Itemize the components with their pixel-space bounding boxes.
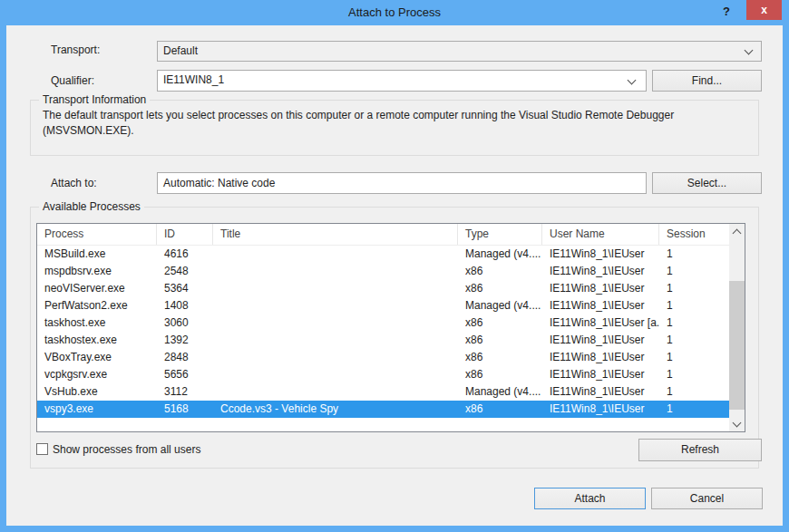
table-cell: 2848 [157, 349, 213, 366]
table-cell [213, 349, 458, 366]
table-cell: VBoxTray.exe [37, 349, 157, 366]
table-cell: mspdbsrv.exe [37, 263, 157, 280]
show-all-users-label: Show processes from all users [53, 442, 200, 457]
scrollbar-thumb[interactable] [729, 281, 745, 410]
table-cell: taskhost.exe [37, 314, 157, 332]
available-processes-legend: Available Processes [39, 200, 144, 213]
table-cell [213, 314, 458, 332]
find-button[interactable]: Find... [652, 70, 762, 92]
table-cell: x86 [458, 366, 542, 383]
attach-to-label: Attach to: [51, 176, 97, 190]
qualifier-combobox[interactable]: IE11WIN8_1 [157, 70, 647, 92]
help-icon[interactable]: ? [718, 4, 735, 20]
table-cell: 5364 [157, 280, 213, 297]
process-list[interactable]: Process ID Title Type User Name Session … [36, 223, 745, 432]
chevron-down-icon [745, 46, 754, 55]
table-cell [213, 280, 458, 297]
close-icon[interactable]: x [746, 0, 782, 20]
transport-combobox[interactable]: Default [157, 41, 762, 62]
table-cell: 3112 [157, 383, 213, 401]
select-button[interactable]: Select... [652, 172, 762, 194]
table-row[interactable]: vcpkgsrv.exe5656x86IE11Win8_1\IEUser1 [37, 366, 729, 383]
transport-info-legend: Transport Information [39, 93, 150, 106]
attach-to-field[interactable]: Automatic: Native code [157, 172, 647, 194]
table-cell: 1 [659, 314, 716, 332]
scrollbar-down-icon[interactable] [729, 416, 745, 431]
column-header-process[interactable]: Process [37, 224, 157, 245]
table-cell: taskhostex.exe [37, 332, 157, 349]
table-cell [213, 332, 458, 349]
table-cell: 5168 [157, 401, 213, 418]
table-row[interactable]: VsHub.exe3112Managed (v4....IE11Win8_1\I… [37, 383, 729, 401]
column-header-session[interactable]: Session [659, 224, 723, 245]
table-cell: IE11Win8_1\IEUser [542, 332, 659, 349]
table-cell: 1 [659, 280, 716, 297]
chevron-down-icon [628, 76, 637, 85]
table-cell: 1 [659, 383, 716, 401]
table-cell: IE11Win8_1\IEUser [542, 297, 659, 314]
table-row[interactable]: MSBuild.exe4616Managed (v4....IE11Win8_1… [37, 246, 729, 263]
attach-button[interactable]: Attach [534, 488, 646, 509]
titlebar[interactable]: Attach to Process ? x [0, 0, 789, 25]
attach-to-process-dialog: Attach to Process ? x Transport: Default… [0, 0, 789, 532]
table-cell: VsHub.exe [37, 383, 157, 401]
table-cell: Managed (v4.... [458, 246, 542, 263]
table-cell: Managed (v4.... [458, 383, 542, 401]
table-cell: x86 [458, 401, 542, 418]
table-cell: 1392 [157, 332, 213, 349]
table-cell: 1 [659, 246, 716, 263]
table-cell: x86 [458, 263, 542, 280]
table-cell: vcpkgsrv.exe [37, 366, 157, 383]
table-row[interactable]: taskhost.exe3060x86IE11Win8_1\IEUser [a.… [37, 314, 729, 332]
table-cell: IE11Win8_1\IEUser [542, 263, 659, 280]
table-row[interactable]: vspy3.exe5168Ccode.vs3 - Vehicle Spyx86I… [37, 401, 729, 418]
table-cell: x86 [458, 314, 542, 332]
transport-label: Transport: [51, 43, 100, 57]
transport-info-text: The default transport lets you select pr… [31, 101, 752, 139]
table-cell: 2548 [157, 263, 213, 280]
refresh-button[interactable]: Refresh [638, 439, 762, 461]
transport-value: Default [163, 44, 198, 57]
vertical-scrollbar[interactable] [729, 224, 745, 431]
scrollbar-up-icon[interactable] [729, 224, 745, 239]
table-cell: Managed (v4.... [458, 297, 542, 314]
cancel-button[interactable]: Cancel [651, 488, 763, 509]
column-header-id[interactable]: ID [157, 224, 213, 245]
table-cell: Ccode.vs3 - Vehicle Spy [213, 401, 458, 418]
table-cell: IE11Win8_1\IEUser [542, 349, 659, 366]
table-row[interactable]: VBoxTray.exe2848x86IE11Win8_1\IEUser1 [37, 349, 729, 366]
table-cell [213, 297, 458, 314]
table-cell: x86 [458, 332, 542, 349]
table-cell: IE11Win8_1\IEUser [542, 383, 659, 401]
column-header-title[interactable]: Title [213, 224, 458, 245]
table-row[interactable]: mspdbsrv.exe2548x86IE11Win8_1\IEUser1 [37, 263, 729, 280]
show-all-users-checkbox[interactable] [36, 443, 48, 455]
qualifier-label: Qualifier: [51, 73, 94, 88]
table-cell: neoVIServer.exe [37, 280, 157, 297]
table-cell: vspy3.exe [37, 401, 157, 418]
table-cell [213, 246, 458, 263]
table-cell: 4616 [157, 246, 213, 263]
table-cell [213, 383, 458, 401]
table-cell: IE11Win8_1\IEUser [542, 366, 659, 383]
table-cell: x86 [458, 349, 542, 366]
column-header-type[interactable]: Type [458, 224, 542, 245]
table-cell: MSBuild.exe [37, 246, 157, 263]
table-cell: 1 [659, 297, 716, 314]
table-cell: 3060 [157, 314, 213, 332]
table-row[interactable]: taskhostex.exe1392x86IE11Win8_1\IEUser1 [37, 332, 729, 349]
table-cell: 1 [659, 349, 716, 366]
table-cell: 5656 [157, 366, 213, 383]
table-cell: 1408 [157, 297, 213, 314]
table-cell: IE11Win8_1\IEUser [a... [542, 314, 659, 332]
table-cell: IE11Win8_1\IEUser [542, 246, 659, 263]
table-row[interactable]: PerfWatson2.exe1408Managed (v4....IE11Wi… [37, 297, 729, 314]
table-row[interactable]: neoVIServer.exe5364x86IE11Win8_1\IEUser1 [37, 280, 729, 297]
column-header-username[interactable]: User Name [542, 224, 659, 245]
table-cell: x86 [458, 280, 542, 297]
table-cell: IE11Win8_1\IEUser [542, 401, 659, 418]
qualifier-value: IE11WIN8_1 [163, 73, 224, 86]
table-cell: IE11Win8_1\IEUser [542, 280, 659, 297]
table-cell: 1 [659, 401, 716, 418]
table-cell [213, 366, 458, 383]
